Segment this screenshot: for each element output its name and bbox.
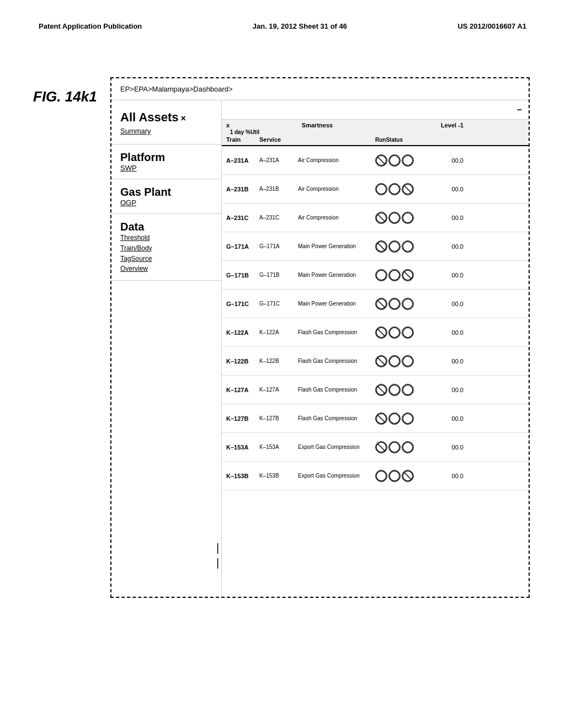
status-icon[interactable] (402, 154, 414, 167)
svg-point-44 (376, 471, 386, 481)
table-row: G–171AG–171AMain Power Generation00.0 (222, 232, 529, 261)
svg-point-11 (403, 213, 413, 223)
gas-plant-link[interactable]: OGP (120, 199, 212, 207)
cell-train: A–231B (226, 186, 259, 192)
cell-service-id: K–127A (259, 387, 298, 393)
status-icon[interactable] (388, 326, 401, 339)
status-icon[interactable] (388, 269, 401, 281)
status-icon[interactable] (388, 470, 401, 482)
status-icon[interactable] (402, 269, 414, 281)
cell-train: K–127B (226, 415, 259, 422)
cell-util: 00.0 (425, 272, 463, 279)
platform-title: Platform (120, 151, 212, 164)
status-icon[interactable] (375, 212, 387, 224)
cell-icons (375, 269, 425, 281)
threshold-link[interactable]: Threshold (120, 233, 212, 243)
cell-service-id: K–127B (259, 415, 298, 421)
platform-link[interactable]: SWP (120, 164, 212, 172)
status-icon[interactable] (402, 212, 414, 224)
cell-icons (375, 441, 425, 453)
cell-service-id: G–171A (259, 243, 298, 249)
cell-service-name: Main Power Generation (298, 243, 375, 250)
data-nav-links: Threshold Train/Body TagSource Overview (120, 233, 212, 274)
cell-service-name: Flash Gas Compression (298, 415, 375, 422)
status-icon[interactable] (402, 355, 414, 367)
cell-service-id: K–153B (259, 473, 298, 479)
status-icon[interactable] (375, 413, 387, 425)
table-row: K–127AK–127AFlash Gas Compression00.0 (222, 376, 529, 404)
status-icon[interactable] (402, 183, 414, 195)
svg-line-9 (377, 214, 385, 222)
cell-icons (375, 183, 425, 195)
status-icon[interactable] (388, 298, 401, 310)
cell-icons (375, 384, 425, 396)
status-icon[interactable] (402, 470, 414, 482)
status-icon[interactable] (375, 154, 387, 167)
cell-service-name: Flash Gas Compression (298, 329, 375, 336)
cell-icons (375, 240, 425, 253)
cell-icons (375, 298, 425, 310)
svg-point-45 (390, 471, 399, 481)
overview-link[interactable]: Overview (120, 264, 212, 274)
tag-source-link[interactable]: TagSource (120, 254, 212, 264)
cell-service-id: K–122A (259, 329, 298, 335)
data-section: Data Threshold Train/Body TagSource Over… (111, 214, 221, 281)
status-icon[interactable] (402, 326, 414, 339)
col-util-header: 1 day %Util (226, 129, 259, 135)
table-row: K–153BK–153BExport Gas Compression00.0 (222, 462, 529, 490)
status-icon[interactable] (375, 470, 387, 482)
cell-icons (375, 470, 425, 482)
cell-train: K–153A (226, 444, 259, 451)
all-assets-section: All Assets × Summary (111, 106, 221, 144)
patent-right: US 2012/0016607 A1 (457, 22, 526, 30)
platform-section: Platform SWP (111, 144, 221, 179)
status-icon[interactable] (388, 413, 401, 425)
status-icon[interactable] (375, 326, 387, 339)
cell-service-name: Air Compression (298, 185, 375, 192)
cell-icons (375, 355, 425, 367)
summary-link[interactable]: Summary (120, 127, 212, 135)
status-icon[interactable] (402, 384, 414, 396)
table-row: A–231CA–231CAir Compression00.0 (222, 204, 529, 232)
all-assets-x[interactable]: × (181, 114, 186, 124)
status-icon[interactable] (375, 298, 387, 310)
col-service: Service (259, 136, 298, 143)
status-icon[interactable] (375, 183, 387, 195)
svg-point-39 (403, 414, 413, 424)
status-icon[interactable] (375, 240, 387, 253)
status-icon[interactable] (402, 298, 414, 310)
scroll-mark-1: | (216, 542, 219, 554)
svg-point-38 (390, 414, 399, 424)
status-icon[interactable] (402, 441, 414, 453)
status-icon[interactable] (375, 384, 387, 396)
status-icon[interactable] (388, 355, 401, 367)
status-icon[interactable] (402, 240, 414, 253)
svg-point-17 (390, 270, 399, 280)
status-icon[interactable] (375, 269, 387, 281)
cell-service-name: Main Power Generation (298, 271, 375, 279)
cell-train: A–231C (226, 215, 259, 221)
cell-service-name: Flash Gas Compression (298, 386, 375, 393)
svg-line-33 (377, 386, 385, 394)
gas-plant-title: Gas Plant (120, 186, 212, 199)
col-level: Level -1 (425, 122, 463, 129)
status-icon[interactable] (388, 212, 401, 224)
status-icon[interactable] (388, 183, 401, 195)
svg-point-5 (390, 184, 399, 194)
status-icon[interactable] (388, 240, 401, 253)
col-x: x (226, 122, 259, 129)
cell-service-id: A–231C (259, 215, 298, 221)
table-row: A–231AA–231AAir Compression00.0 (222, 146, 529, 175)
col-smartness: Smartness (259, 122, 375, 129)
status-icon[interactable] (388, 441, 401, 453)
train-body-link[interactable]: Train/Body (120, 244, 212, 253)
status-icon[interactable] (402, 413, 414, 425)
status-icon[interactable] (375, 441, 387, 453)
svg-point-42 (390, 442, 399, 452)
status-icon[interactable] (388, 384, 401, 396)
svg-line-41 (377, 443, 385, 451)
status-icon[interactable] (375, 355, 387, 367)
svg-line-21 (377, 300, 385, 308)
patent-center: Jan. 19, 2012 Sheet 31 of 46 (253, 22, 347, 30)
status-icon[interactable] (388, 154, 401, 167)
